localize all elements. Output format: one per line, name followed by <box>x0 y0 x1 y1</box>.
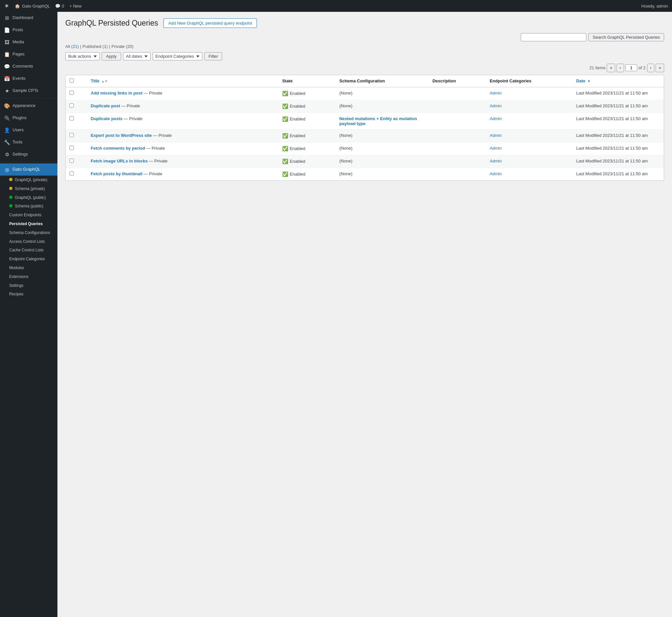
row-description <box>429 168 486 181</box>
sidebar-sub-schema-private[interactable]: Schema (private) <box>0 184 57 193</box>
comments-link[interactable]: 💬 0 <box>55 4 64 9</box>
row-title-link[interactable]: Duplicate post <box>91 104 121 108</box>
sidebar-item-plugins[interactable]: 🔌 Plugins <box>0 112 57 124</box>
dashboard-icon: ⊞ <box>4 14 10 21</box>
sidebar-item-posts[interactable]: 📄 Posts <box>0 24 57 36</box>
title-sort-link[interactable]: Title ▲▼ <box>91 78 108 83</box>
sample-cpts-icon: ★ <box>4 87 10 94</box>
page-title: GraphQL Persisted Queries <box>65 19 158 28</box>
apply-button[interactable]: Apply <box>102 52 121 60</box>
row-title-link[interactable]: Duplicate posts <box>91 116 123 121</box>
sidebar-item-label: Settings <box>12 151 28 157</box>
row-state: ✅Enabled <box>278 155 335 168</box>
date-sort-link[interactable]: Date ▼ <box>576 78 591 83</box>
sidebar-sub-cache-control-lists[interactable]: Cache Control Lists <box>0 246 57 255</box>
add-new-button[interactable]: Add New GraphQL persisted query endpoint <box>163 18 257 28</box>
sidebar-sub-label: Schema (public) <box>15 204 43 208</box>
sidebar-item-appearance[interactable]: 🎨 Appearance <box>0 100 57 112</box>
row-title-link[interactable]: Add missing links in post <box>91 90 143 95</box>
pages-icon: 📋 <box>4 51 10 58</box>
endpoint-category-link[interactable]: Admin <box>490 159 502 164</box>
filter-private-link[interactable]: Private (20) <box>111 44 134 49</box>
row-checkbox[interactable] <box>69 171 74 176</box>
endpoint-categories-select[interactable]: Endpoint Categories <box>153 52 202 60</box>
state-label: Enabled <box>290 104 305 109</box>
sidebar-sub-endpoint-categories[interactable]: Endpoint Categories <box>0 255 57 263</box>
row-visibility: — Private <box>145 146 165 151</box>
sidebar-sub-extensions[interactable]: Extensions <box>0 272 57 281</box>
row-title-link[interactable]: Fetch comments by period <box>91 146 145 151</box>
sidebar-sub-schema-public[interactable]: Schema (public) <box>0 202 57 211</box>
sidebar-item-settings[interactable]: ⚙ Settings <box>0 148 57 161</box>
all-dates-select[interactable]: All dates <box>123 52 151 60</box>
state-label: Enabled <box>290 133 305 138</box>
filter-published-link[interactable]: Published (1) <box>83 44 108 49</box>
row-title-link[interactable]: Fetch posts by thumbnail <box>91 171 143 176</box>
sidebar-sub-graphiql-public[interactable]: GraphiQL (public) <box>0 193 57 202</box>
search-input[interactable] <box>521 33 586 41</box>
wp-logo-icon: ✶ <box>4 2 10 10</box>
row-checkbox[interactable] <box>69 116 74 121</box>
endpoint-category-link[interactable]: Admin <box>490 146 502 151</box>
bulk-actions-select[interactable]: Bulk actions <box>65 52 100 60</box>
search-button[interactable]: Search GraphQL Persisted Queries <box>588 33 664 41</box>
row-checkbox[interactable] <box>69 133 74 137</box>
endpoint-category-link[interactable]: Admin <box>490 133 502 138</box>
date-sort-icon: ▼ <box>587 79 591 83</box>
row-date: Last Modified 2023/11/21 at 11:50 am <box>572 87 664 100</box>
prev-page-button[interactable]: ‹ <box>617 64 624 72</box>
row-schema-config: (None) <box>335 100 429 113</box>
table-body: Add missing links in post — Private✅Enab… <box>66 87 664 181</box>
row-visibility: — Private <box>152 133 172 138</box>
sidebar-item-events[interactable]: 📅 Events <box>0 72 57 85</box>
row-title-link[interactable]: Export post to WordPress site <box>91 133 152 138</box>
row-description <box>429 142 486 155</box>
row-endpoint-category: Admin <box>486 129 572 142</box>
state-label: Enabled <box>290 146 305 151</box>
row-schema-config: Nested mutations + Entity as mutation pa… <box>335 113 429 129</box>
gato-graphql-icon: ◎ <box>4 166 10 173</box>
row-checkbox[interactable] <box>69 146 74 150</box>
tools-icon: 🔧 <box>4 139 10 146</box>
endpoint-category-link[interactable]: Admin <box>490 104 502 108</box>
sidebar-sub-custom-endpoints[interactable]: Custom Endpoints <box>0 211 57 220</box>
sidebar-sub-recipes[interactable]: Recipes <box>0 290 57 299</box>
new-link[interactable]: + New <box>69 4 82 9</box>
row-checkbox[interactable] <box>69 90 74 95</box>
endpoint-category-link[interactable]: Admin <box>490 171 502 176</box>
endpoint-category-link[interactable]: Admin <box>490 116 502 121</box>
row-description <box>429 87 486 100</box>
row-checkbox[interactable] <box>69 104 74 108</box>
next-page-button[interactable]: › <box>647 64 655 72</box>
row-checkbox[interactable] <box>69 159 74 163</box>
sidebar-item-media[interactable]: 🖼 Media <box>0 36 57 48</box>
last-page-button[interactable]: » <box>656 64 664 72</box>
select-all-checkbox[interactable] <box>69 78 74 83</box>
first-page-button[interactable]: « <box>607 64 615 72</box>
filter-button[interactable]: Filter <box>204 52 222 60</box>
sidebar-item-comments[interactable]: 💬 Comments <box>0 60 57 72</box>
row-schema-config: (None) <box>335 129 429 142</box>
filter-all-link[interactable]: All (21) <box>65 44 79 49</box>
sidebar-item-tools[interactable]: 🔧 Tools <box>0 136 57 148</box>
sidebar-item-pages[interactable]: 📋 Pages <box>0 48 57 60</box>
sidebar-item-dashboard[interactable]: ⊞ Dashboard <box>0 12 57 24</box>
row-title-link[interactable]: Fetch image URLs in blocks <box>91 159 148 164</box>
sidebar-sub-persisted-queries[interactable]: Persisted Queries <box>0 220 57 228</box>
site-name-link[interactable]: 🏠 Gato GraphQL <box>15 4 50 9</box>
schema-config-text: (None) <box>339 146 353 151</box>
sidebar-item-gato-graphql[interactable]: ◎ Gato GraphQL <box>0 164 57 176</box>
row-endpoint-category: Admin <box>486 155 572 168</box>
sidebar-item-sample-cpts[interactable]: ★ Sample CPTs <box>0 85 57 97</box>
endpoint-category-link[interactable]: Admin <box>490 90 502 95</box>
sidebar-sub-settings[interactable]: Settings <box>0 281 57 290</box>
sidebar-item-users[interactable]: 👤 Users <box>0 124 57 136</box>
sidebar-sub-graphiql-private[interactable]: GraphiQL (private) <box>0 176 57 184</box>
schema-config-link[interactable]: Nested mutations + Entity as mutation pa… <box>339 116 417 126</box>
page-number-input[interactable] <box>625 64 637 71</box>
row-date: Last Modified 2023/11/21 at 11:50 am <box>572 168 664 181</box>
sidebar-sub-schema-configurations[interactable]: Schema Configurations <box>0 228 57 237</box>
sidebar-sub-modules[interactable]: Modules <box>0 263 57 272</box>
sidebar-sub-access-control-lists[interactable]: Access Control Lists <box>0 237 57 246</box>
enabled-check-icon: ✅ <box>282 159 288 164</box>
